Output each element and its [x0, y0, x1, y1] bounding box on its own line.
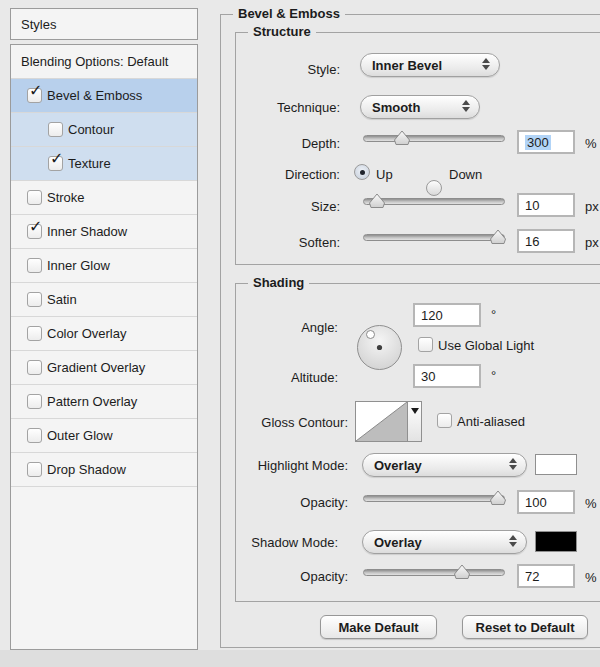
angle-marker [367, 331, 375, 339]
gloss-contour-label: Gloss Contour: [238, 415, 348, 430]
dialog-bottom-strip [0, 650, 600, 667]
sidebar-item-contour[interactable]: ✓ Contour [11, 113, 197, 147]
depth-slider[interactable] [363, 135, 505, 142]
styles-panel-button[interactable]: Styles [10, 8, 198, 40]
inner-shadow-checkbox[interactable]: ✓ [27, 224, 42, 239]
use-global-light-label: Use Global Light [438, 338, 534, 353]
dropdown-arrow-icon [411, 408, 419, 414]
contour-checkbox[interactable]: ✓ [48, 122, 63, 137]
highlight-opacity-input[interactable]: 100 [517, 490, 575, 514]
angle-dial[interactable] [356, 324, 403, 375]
sidebar-item-drop-shadow[interactable]: ✓ Drop Shadow [11, 453, 197, 487]
size-input[interactable]: 10 [517, 193, 575, 217]
angle-input[interactable]: 120 [413, 303, 481, 327]
direction-label: Direction: [230, 167, 340, 182]
depth-label: Depth: [230, 136, 340, 151]
sidebar-item-inner-shadow[interactable]: ✓ Inner Shadow [11, 215, 197, 249]
highlight-mode-label: Highlight Mode: [238, 458, 348, 473]
shadow-mode-value: Overlay [374, 535, 422, 550]
size-unit: px [585, 199, 599, 214]
reset-to-default-button[interactable]: Reset to Default [462, 615, 588, 639]
color-overlay-checkbox[interactable]: ✓ [27, 326, 42, 341]
altitude-label: Altitude: [238, 370, 338, 385]
highlight-opacity-thumb[interactable] [489, 490, 507, 506]
size-slider-thumb[interactable] [368, 193, 386, 209]
technique-value: Smooth [372, 100, 420, 115]
panel-title: Bevel & Emboss [233, 6, 345, 21]
pattern-overlay-checkbox[interactable]: ✓ [27, 394, 42, 409]
anti-aliased-label: Anti-aliased [457, 414, 525, 429]
sidebar-item-pattern-overlay[interactable]: ✓ Pattern Overlay [11, 385, 197, 419]
shadow-opacity-value: 72 [525, 569, 539, 584]
direction-up-radio[interactable] [354, 164, 370, 180]
drop-shadow-checkbox[interactable]: ✓ [27, 462, 42, 477]
check-icon: ✓ [50, 151, 63, 167]
shadow-opacity-slider[interactable] [363, 569, 505, 576]
layer-style-dialog: Styles Blending Options: Default ✓ Bevel… [0, 0, 600, 667]
sidebar-item-inner-glow[interactable]: ✓ Inner Glow [11, 249, 197, 283]
stepper-icon [482, 58, 490, 70]
soften-slider-thumb[interactable] [489, 229, 507, 245]
styles-label: Styles [21, 17, 56, 32]
soften-label: Soften: [230, 235, 340, 250]
technique-dropdown[interactable]: Smooth [360, 95, 480, 119]
stroke-checkbox[interactable]: ✓ [27, 190, 42, 205]
size-label: Size: [230, 199, 340, 214]
highlight-opacity-value: 100 [525, 495, 547, 510]
angle-unit: ° [491, 307, 496, 322]
check-icon: ✓ [29, 219, 42, 235]
shadow-mode-dropdown[interactable]: Overlay [362, 530, 527, 554]
gloss-contour-thumbnail[interactable] [355, 401, 408, 442]
shadow-color-swatch[interactable] [535, 531, 577, 552]
sidebar-item-satin[interactable]: ✓ Satin [11, 283, 197, 317]
make-default-label: Make Default [338, 620, 418, 635]
use-global-light-checkbox[interactable] [418, 337, 433, 352]
altitude-value: 30 [421, 369, 435, 384]
depth-value: 300 [525, 135, 551, 150]
sidebar-item-texture[interactable]: ✓ Texture [11, 147, 197, 181]
inner-glow-checkbox[interactable]: ✓ [27, 258, 42, 273]
shadow-opacity-label: Opacity: [238, 569, 348, 584]
sidebar-item-gradient-overlay[interactable]: ✓ Gradient Overlay [11, 351, 197, 385]
highlight-opacity-label: Opacity: [238, 495, 348, 510]
shadow-opacity-thumb[interactable] [453, 564, 471, 580]
sidebar-item-color-overlay[interactable]: ✓ Color Overlay [11, 317, 197, 351]
gloss-contour-picker-button[interactable] [407, 401, 422, 442]
angle-label: Angle: [238, 320, 338, 335]
anti-aliased-checkbox[interactable] [437, 413, 452, 428]
stepper-icon [462, 100, 470, 112]
sidebar-item-blending-options[interactable]: Blending Options: Default [11, 45, 197, 79]
sidebar-item-bevel-emboss[interactable]: ✓ Bevel & Emboss [11, 79, 197, 113]
stepper-icon [509, 535, 517, 547]
size-value: 10 [525, 198, 539, 213]
soften-slider[interactable] [363, 234, 505, 241]
shadow-opacity-input[interactable]: 72 [517, 564, 575, 588]
soften-input[interactable]: 16 [517, 229, 575, 253]
direction-down-label: Down [449, 167, 482, 182]
sidebar-item-outer-glow[interactable]: ✓ Outer Glow [11, 419, 197, 453]
texture-checkbox[interactable]: ✓ [48, 156, 63, 171]
altitude-unit: ° [491, 368, 496, 383]
sidebar-item-stroke[interactable]: ✓ Stroke [11, 181, 197, 215]
stepper-icon [509, 458, 517, 470]
reset-to-default-label: Reset to Default [476, 620, 575, 635]
make-default-button[interactable]: Make Default [320, 615, 437, 639]
shading-title: Shading [248, 275, 309, 290]
shadow-mode-label: Shadow Mode: [238, 535, 338, 550]
gradient-overlay-checkbox[interactable]: ✓ [27, 360, 42, 375]
technique-label: Technique: [230, 100, 340, 115]
highlight-opacity-slider[interactable] [363, 495, 505, 502]
style-dropdown[interactable]: Inner Bevel [360, 53, 500, 77]
outer-glow-checkbox[interactable]: ✓ [27, 428, 42, 443]
soften-unit: px [585, 235, 599, 250]
highlight-mode-dropdown[interactable]: Overlay [362, 453, 527, 477]
depth-slider-thumb[interactable] [393, 130, 411, 146]
altitude-input[interactable]: 30 [413, 364, 481, 388]
size-slider[interactable] [363, 198, 505, 205]
highlight-color-swatch[interactable] [535, 454, 577, 475]
depth-input[interactable]: 300 [517, 130, 575, 154]
satin-checkbox[interactable]: ✓ [27, 292, 42, 307]
style-value: Inner Bevel [372, 58, 442, 73]
bevel-emboss-checkbox[interactable]: ✓ [27, 88, 42, 103]
direction-down-radio[interactable] [426, 180, 442, 196]
